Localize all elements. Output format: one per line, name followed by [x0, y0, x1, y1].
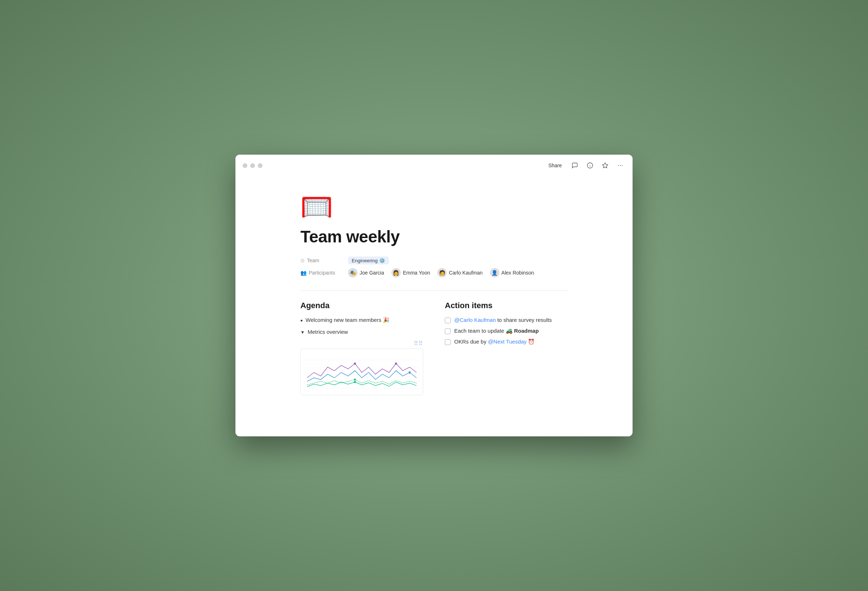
bullet-icon: • — [300, 317, 303, 325]
svg-point-15 — [354, 378, 356, 381]
team-tag[interactable]: Engineering ⚙️ — [348, 257, 389, 264]
avatar-emma: 👩 — [391, 268, 401, 278]
line-chart — [304, 353, 420, 392]
date-mention[interactable]: @Next Tuesday ⏰ — [488, 338, 535, 345]
star-icon[interactable] — [600, 160, 610, 170]
action-items-section: Action items @Carlo Kaufman to share sur… — [445, 301, 568, 395]
agenda-item-1: • Welcoming new team members 🎉 — [300, 317, 423, 325]
page-title: Team weekly — [300, 227, 568, 246]
action-item-1: @Carlo Kaufman to share survey results — [445, 317, 568, 323]
participant-alex: 👤 Alex Robinson — [490, 268, 534, 278]
team-property-label: ⊙ Team — [300, 257, 344, 263]
avatar-alex: 👤 — [490, 268, 499, 278]
titlebar-actions: Share — [546, 160, 625, 170]
avatar-carlo: 🧑 — [437, 268, 447, 278]
participants-row: 🎭 Joe Garcia 👩 Emma Yoon 🧑 Carlo Kaufman… — [348, 268, 534, 278]
page-content: 🥅 Team weekly ⊙ Team Engineering ⚙️ 👥 Pa… — [235, 176, 633, 436]
participant-carlo: 🧑 Carlo Kaufman — [437, 268, 483, 278]
action-list: @Carlo Kaufman to share survey results E… — [445, 317, 568, 345]
participant-emma: 👩 Emma Yoon — [391, 268, 430, 278]
svg-point-13 — [395, 363, 397, 365]
close-button[interactable] — [243, 163, 247, 168]
checkbox-3[interactable] — [445, 339, 450, 345]
svg-marker-3 — [602, 163, 608, 168]
team-icon: ⊙ — [300, 257, 305, 263]
chart-grid-icon[interactable]: ⠿⠿ — [414, 340, 423, 347]
app-window: Share — [235, 155, 633, 436]
chart-container — [300, 348, 423, 395]
share-button[interactable]: Share — [546, 161, 565, 170]
svg-point-14 — [409, 371, 411, 374]
agenda-title: Agenda — [300, 301, 423, 310]
svg-point-4 — [618, 165, 619, 166]
agenda-section: Agenda • Welcoming new team members 🎉 ▼ … — [300, 301, 423, 395]
traffic-lights — [243, 163, 263, 168]
agenda-item-2[interactable]: ▼ Metrics overview — [300, 329, 423, 335]
roadmap-text: Roadmap — [514, 328, 539, 334]
svg-point-12 — [354, 363, 356, 365]
participants-label: 👥 Participants — [300, 270, 344, 276]
checkbox-2[interactable] — [445, 328, 450, 334]
minimize-button[interactable] — [250, 163, 255, 168]
maximize-button[interactable] — [258, 163, 263, 168]
svg-point-6 — [622, 165, 623, 166]
checkbox-1[interactable] — [445, 318, 450, 323]
action-item-3: OKRs due by @Next Tuesday ⏰ — [445, 338, 568, 345]
more-icon[interactable] — [615, 160, 625, 170]
svg-point-16 — [354, 381, 356, 383]
properties-section: ⊙ Team Engineering ⚙️ 👥 Participants 🎭 J… — [300, 257, 568, 278]
action-items-title: Action items — [445, 301, 568, 310]
comment-icon[interactable] — [570, 160, 580, 170]
team-property-row: ⊙ Team Engineering ⚙️ — [300, 257, 568, 264]
divider — [300, 290, 568, 291]
participants-property-row: 👥 Participants 🎭 Joe Garcia 👩 Emma Yoon … — [300, 268, 568, 278]
svg-point-5 — [620, 165, 621, 166]
two-column-layout: Agenda • Welcoming new team members 🎉 ▼ … — [300, 301, 568, 395]
info-icon[interactable] — [585, 160, 595, 170]
chart-controls: ⠿⠿ — [300, 340, 423, 347]
page-icon: 🥅 — [300, 194, 568, 220]
agenda-list: • Welcoming new team members 🎉 ▼ Metrics… — [300, 317, 423, 335]
titlebar: Share — [235, 155, 633, 176]
metrics-chart-area: ⠿⠿ — [300, 340, 423, 395]
participant-joe: 🎭 Joe Garcia — [348, 268, 384, 278]
triangle-icon: ▼ — [300, 330, 305, 335]
participants-icon: 👥 — [300, 270, 307, 276]
action-item-2: Each team to update 🚜 Roadmap — [445, 328, 568, 334]
avatar-joe: 🎭 — [348, 268, 357, 278]
mention-carlo[interactable]: @Carlo Kaufman — [454, 317, 496, 323]
